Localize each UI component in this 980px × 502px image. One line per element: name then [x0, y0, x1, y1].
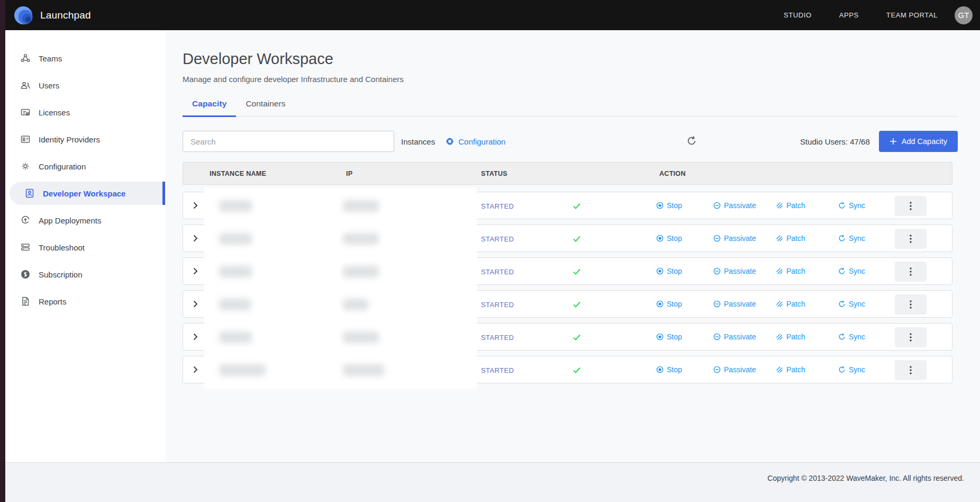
sync-action[interactable]: Sync	[838, 365, 865, 374]
expand-chevron-icon[interactable]	[191, 267, 199, 275]
redacted-instance-name	[219, 331, 252, 343]
row-menu-button[interactable]	[895, 294, 927, 315]
status-text: STARTED	[481, 202, 514, 210]
passivate-icon	[713, 366, 721, 373]
sidebar-item-app-deployments[interactable]: App Deployments	[5, 209, 165, 232]
row-menu-button[interactable]	[895, 196, 927, 216]
passivate-action[interactable]: Passivate	[713, 234, 756, 243]
stop-action[interactable]: Stop	[656, 300, 682, 308]
passivate-action[interactable]: Passivate	[713, 201, 756, 210]
sidebar-item-label: Teams	[39, 54, 62, 63]
sync-icon	[838, 333, 846, 340]
sidebar-item-label: Subscription	[39, 270, 83, 279]
expand-chevron-icon[interactable]	[191, 333, 199, 341]
status-text: STARTED	[481, 366, 514, 374]
sidebar-item-label: Users	[39, 81, 59, 90]
licenses-icon	[20, 107, 31, 118]
patch-icon	[776, 300, 783, 308]
sidebar-item-label: Identity Providers	[39, 135, 100, 144]
tab-containers[interactable]: Containers	[236, 99, 295, 116]
redacted-ip	[343, 266, 379, 277]
sync-action[interactable]: Sync	[838, 201, 865, 210]
sidebar-item-teams[interactable]: Teams	[5, 47, 165, 70]
nav-team-portal[interactable]: TEAM PORTAL	[886, 11, 938, 19]
expand-chevron-icon[interactable]	[191, 300, 199, 308]
add-capacity-button[interactable]: Add Capacity	[879, 131, 958, 152]
configuration-link-label: Configuration	[458, 137, 505, 146]
sync-action[interactable]: Sync	[838, 234, 865, 243]
sync-action[interactable]: Sync	[838, 300, 865, 308]
expand-chevron-icon[interactable]	[191, 201, 199, 210]
stop-action[interactable]: Stop	[656, 234, 682, 243]
users-icon	[20, 80, 31, 91]
patch-action[interactable]: Patch	[776, 365, 805, 374]
status-text: STARTED	[481, 334, 514, 342]
sidebar-item-subscription[interactable]: Subscription	[5, 263, 165, 286]
row-menu-button[interactable]	[895, 229, 927, 249]
sidebar-item-configuration[interactable]: Configuration	[5, 155, 165, 178]
redacted-ip	[343, 364, 384, 376]
sidebar-item-label: Reports	[39, 297, 67, 306]
status-check-icon	[572, 267, 582, 276]
patch-action[interactable]: Patch	[776, 234, 805, 243]
nav-apps[interactable]: APPS	[839, 11, 859, 19]
passivate-icon	[713, 300, 721, 308]
table-row: .. STARTED Stop Passivate Patch	[183, 225, 952, 252]
patch-action[interactable]: Patch	[776, 333, 805, 341]
sidebar-item-identity-providers[interactable]: Identity Providers	[5, 128, 165, 151]
stop-icon	[656, 333, 664, 340]
refresh-button[interactable]	[686, 135, 698, 148]
passivate-action[interactable]: Passivate	[713, 365, 756, 374]
sidebar-item-licenses[interactable]: Licenses	[5, 101, 165, 124]
redacted-instance-name	[219, 364, 266, 376]
row-menu-button[interactable]	[895, 327, 927, 347]
expand-chevron-icon[interactable]	[191, 365, 199, 374]
redacted-instance-name	[219, 200, 252, 212]
configuration-link[interactable]: Configuration	[445, 137, 505, 146]
table-row: .. STARTED Stop Passivate Patch	[183, 356, 952, 383]
sidebar-item-developer-workspace[interactable]: Developer Workspace	[10, 182, 165, 205]
status-check-icon	[572, 300, 582, 309]
table-row: .. STARTED Stop Passivate Patch	[183, 323, 952, 351]
status-text: STARTED	[481, 301, 514, 309]
status-text: STARTED	[481, 268, 514, 276]
row-menu-button[interactable]	[895, 360, 927, 380]
passivate-action[interactable]: Passivate	[713, 300, 756, 308]
app-title: Launchpad	[40, 10, 91, 21]
add-capacity-label: Add Capacity	[902, 137, 947, 146]
sync-action[interactable]: Sync	[838, 333, 865, 341]
patch-icon	[776, 202, 783, 209]
sync-icon	[838, 267, 846, 275]
nav-studio[interactable]: STUDIO	[784, 11, 812, 19]
expand-chevron-icon[interactable]	[191, 234, 199, 243]
stop-icon	[656, 366, 664, 373]
tab-capacity[interactable]: Capacity	[183, 99, 236, 117]
instances-table: INSTANCE NAME IP STATUS ACTION .. STARTE…	[183, 162, 952, 383]
table-row: .. STARTED Stop Passivate Patch	[183, 192, 952, 219]
patch-action[interactable]: Patch	[776, 267, 805, 275]
passivate-action[interactable]: Passivate	[713, 267, 756, 275]
sidebar-item-troubleshoot[interactable]: Troubleshoot	[5, 236, 165, 259]
sync-icon	[838, 300, 846, 308]
sidebar-item-users[interactable]: Users	[5, 74, 165, 97]
sync-action[interactable]: Sync	[838, 267, 865, 275]
status-text: STARTED	[481, 235, 514, 243]
avatar[interactable]: GT	[955, 6, 973, 24]
search-input[interactable]	[183, 131, 394, 152]
stop-action[interactable]: Stop	[656, 267, 682, 275]
patch-action[interactable]: Patch	[776, 300, 805, 308]
stop-action[interactable]: Stop	[656, 365, 682, 374]
app-deployments-icon	[20, 215, 31, 226]
column-header-instance-name: INSTANCE NAME	[210, 170, 266, 177]
patch-action[interactable]: Patch	[776, 201, 805, 210]
stop-action[interactable]: Stop	[656, 201, 682, 210]
stop-icon	[656, 202, 664, 209]
stop-action[interactable]: Stop	[656, 333, 682, 341]
row-menu-button[interactable]	[895, 262, 927, 282]
sidebar-item-reports[interactable]: Reports	[5, 290, 165, 313]
page-subtitle: Manage and configure developer Infrastru…	[183, 75, 958, 84]
toolbar: Instances Configuration Studio Users: 47…	[183, 131, 958, 152]
footer: Copyright © 2013-2022 WaveMaker, Inc. Al…	[0, 462, 980, 502]
passivate-action[interactable]: Passivate	[713, 333, 756, 341]
passivate-icon	[713, 235, 721, 242]
